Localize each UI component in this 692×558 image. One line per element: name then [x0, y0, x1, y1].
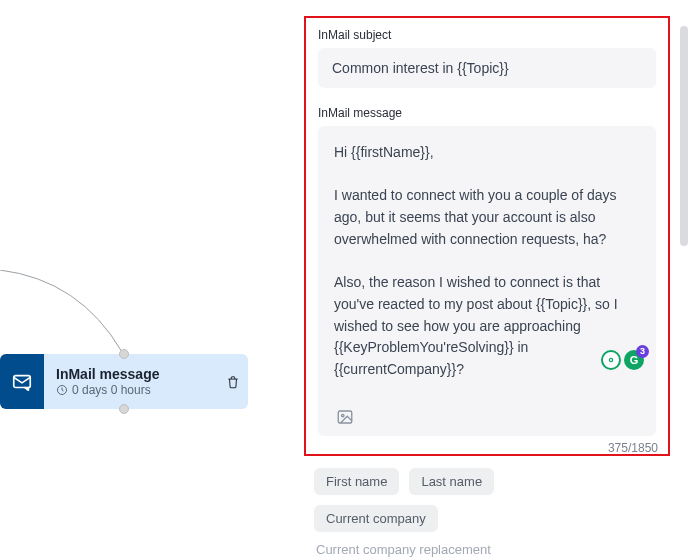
grammarly-widget[interactable]: G 3	[601, 350, 644, 370]
node-output-handle[interactable]	[119, 404, 129, 414]
grammarly-badge-icon[interactable]: G 3	[624, 350, 644, 370]
node-body: InMail message 0 days 0 hours	[44, 354, 248, 409]
svg-point-4	[342, 414, 344, 416]
chip-first-name[interactable]: First name	[314, 468, 399, 495]
inmail-icon	[0, 354, 44, 409]
inmail-editor-panel: InMail subject InMail message Hi {{first…	[304, 16, 670, 456]
svg-rect-3	[338, 411, 352, 423]
chip-last-name[interactable]: Last name	[409, 468, 494, 495]
node-title: InMail message	[56, 366, 240, 382]
variable-chips-area: First name Last name Current company Cur…	[314, 468, 680, 557]
canvas-connector	[0, 270, 120, 350]
message-toolbar	[334, 406, 640, 428]
scrollbar[interactable]	[680, 26, 688, 246]
attach-image-button[interactable]	[334, 406, 356, 428]
chip-current-company[interactable]: Current company	[314, 505, 438, 532]
subject-label: InMail subject	[318, 28, 656, 42]
workflow-node-inmail[interactable]: InMail message 0 days 0 hours	[0, 354, 248, 409]
char-counter: 375/1850	[608, 441, 658, 455]
node-timing-text: 0 days 0 hours	[72, 383, 151, 397]
svg-rect-0	[14, 375, 31, 387]
delete-node-button[interactable]	[224, 373, 242, 391]
grammarly-suggestion-count: 3	[636, 345, 649, 358]
node-timing: 0 days 0 hours	[56, 383, 240, 397]
inmail-message-text[interactable]: Hi {{firstName}}, I wanted to connect wi…	[334, 142, 640, 398]
message-label: InMail message	[318, 106, 656, 120]
inmail-subject-input[interactable]	[318, 48, 656, 88]
chip-current-company-replacement: Current company replacement	[314, 542, 680, 557]
svg-point-2	[609, 358, 612, 361]
grammarly-icon[interactable]	[601, 350, 621, 370]
inmail-message-input[interactable]: Hi {{firstName}}, I wanted to connect wi…	[318, 126, 656, 436]
